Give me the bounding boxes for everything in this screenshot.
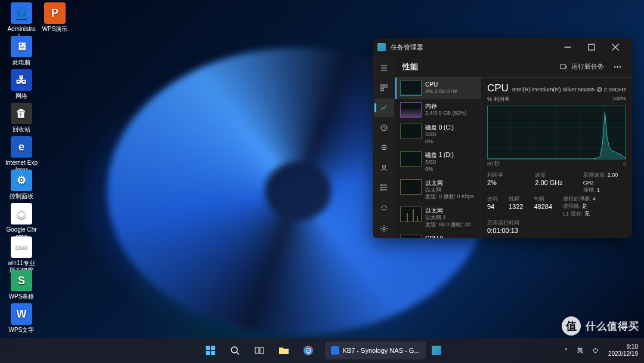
watermark: 值 什么值得买 [562,316,639,336]
nav-processes[interactable] [374,78,394,97]
mini-chart [400,179,422,195]
mini-chart [400,235,422,239]
nav-services[interactable] [374,198,394,217]
svg-rect-30 [211,351,215,355]
svg-point-10 [380,189,382,190]
tray-chevron[interactable]: ˄ [562,346,570,355]
tray-clock[interactable]: 8:10 2023/12/19 [606,342,640,359]
perf-detail: CPU Intel(R) Pentium(R) Silver N6005 @ 2… [481,78,632,238]
icon-label: WPS演示 [38,26,72,33]
app-icon: S [11,270,32,291]
titlebar[interactable]: 任务管理器 [373,38,632,56]
more-button[interactable]: ⋯ [610,60,625,73]
svg-rect-33 [260,347,264,353]
nav-users[interactable] [374,158,394,177]
cpu-chart[interactable] [487,106,626,159]
run-new-task-button[interactable]: 运行新任务 [556,60,608,73]
taskbar-app-synology[interactable]: KB7 - Synology NAS - G... [325,342,426,359]
x-axis-right: 0 [623,161,626,168]
page-title: 性能 [402,61,418,72]
perf-list-item[interactable]: CPU2% 2.00 GHz [395,78,481,99]
svg-rect-2 [385,85,387,87]
tray-ime-mode[interactable]: 🌣 [590,346,601,355]
app-icon: P [44,2,66,24]
page-header: 性能 运行新任务 ⋯ [395,56,632,78]
folder-icon [278,346,289,355]
svg-point-9 [380,187,382,188]
nav-performance[interactable] [374,99,394,117]
svg-rect-29 [206,351,210,355]
window-title: 任务管理器 [391,43,423,52]
perf-list-item[interactable]: 磁盘 1 (D:)SSD0% [395,148,481,176]
icon-label: 控制面板 [5,193,38,200]
svg-rect-1 [381,85,383,87]
desktop-icon[interactable]: 👤Administrat... [5,2,38,40]
search-icon [230,346,240,355]
run-icon [559,63,568,71]
taskview-icon [254,345,265,356]
svg-rect-27 [206,346,210,350]
desktop-icon[interactable]: 🖧网络 [5,69,38,100]
desktop-icon[interactable]: SWPS表格 [5,270,38,300]
perf-list-item[interactable]: GPU 0Intel(R) UHD Gra...1% [395,232,481,239]
svg-rect-28 [211,346,215,350]
perf-list-item[interactable]: 磁盘 0 (C:)SSD0% [395,121,481,148]
chrome-icon [303,345,314,356]
desktop-icon[interactable]: 🗑回收站 [5,103,38,133]
nav-details[interactable] [374,179,394,197]
nav-menu-button[interactable] [374,59,394,77]
svg-point-8 [380,184,382,186]
task-manager-window[interactable]: 任务管理器 性能 运行新任务 ⋯ [373,38,632,238]
task-view-button[interactable] [248,339,271,362]
desktop-icon[interactable]: WWPS文字 [5,303,38,334]
nav-settings[interactable] [374,220,394,238]
icon-label: WPS文字 [5,327,38,334]
chrome-button[interactable] [297,339,320,362]
svg-point-7 [383,165,386,168]
nav-app-history[interactable] [374,118,394,137]
svg-rect-12 [561,64,565,69]
explorer-button[interactable] [273,339,295,362]
app-icon [331,346,339,355]
app-icon: W [11,303,32,325]
desktop-icon[interactable]: ⚙控制面板 [5,170,38,200]
nav-startup[interactable] [374,139,394,157]
close-button[interactable] [603,38,627,56]
minimize-button[interactable] [556,38,580,56]
app-icon: ◉ [11,203,32,224]
windows-icon [205,345,216,356]
app-icon: 👤 [11,2,32,24]
maximize-button[interactable] [580,38,603,56]
mini-chart [400,207,422,222]
mini-chart [400,81,422,96]
desktop-icon[interactable]: PWPS演示 [38,2,72,33]
taskbar[interactable]: KB7 - Synology NAS - G... ˄ 英 🌣 8:10 202… [0,338,644,363]
svg-point-6 [383,147,385,149]
y-axis-max: 100% [612,96,626,103]
y-axis-label: % 利用率 [487,96,510,103]
cpu-model: Intel(R) Pentium(R) Silver N6005 @ 2.00G… [512,86,626,93]
svg-rect-0 [589,44,595,50]
svg-point-11 [383,227,385,230]
watermark-text: 什么值得买 [586,319,639,333]
app-icon: GMK [11,236,32,258]
search-button[interactable] [224,339,246,362]
perf-list: CPU2% 2.00 GHz内存2.4/3.9 GB (62%)磁盘 0 (C:… [395,78,481,238]
perf-list-item[interactable]: 内存2.4/3.9 GB (62%) [395,99,481,121]
taskbar-app-taskmgr[interactable] [428,339,445,362]
desktop-icon[interactable]: eInternet Explorer [5,136,38,174]
start-button[interactable] [199,339,222,362]
nav-rail [373,56,395,238]
desktop-icon[interactable]: 🖥此电脑 [5,36,38,66]
svg-point-31 [231,347,237,353]
perf-list-item[interactable]: 以太网以太网 2发送: 88.0 接收: 32.0 Kbps [395,204,481,231]
watermark-badge: 值 [562,316,581,336]
desktop-icon[interactable]: ◉Google Chrome [5,203,38,241]
perf-list-item[interactable]: 以太网以太网发送: 0 接收: 0 Kbps [395,176,481,204]
icon-label: WPS表格 [5,293,38,300]
tray-ime-lang[interactable]: 英 [575,345,586,356]
app-icon: 🗑 [11,103,32,124]
app-icon: 🖥 [11,36,32,57]
mini-chart [400,124,422,139]
svg-rect-32 [255,347,259,353]
